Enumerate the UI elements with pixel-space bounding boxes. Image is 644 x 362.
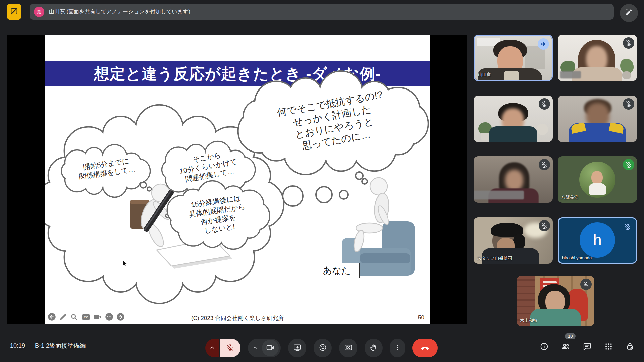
mic-control-group	[205, 339, 240, 357]
mic-off-icon	[539, 98, 550, 110]
mic-options-button[interactable]	[205, 339, 219, 357]
slide-copyright: (C) 2023 合同会社働く楽しさ研究所	[45, 314, 430, 322]
meeting-name: B-1 2級面接準備編	[35, 342, 86, 350]
presenter-avatar: 寛	[34, 7, 44, 17]
more-options-button[interactable]	[390, 339, 405, 357]
present-button[interactable]	[288, 339, 306, 357]
participant-name: 八阪義浩	[561, 194, 579, 200]
participant-tile-hiroshi[interactable]: h hiroshi yamada	[558, 217, 637, 264]
participant-tile-kinoue[interactable]: 木上和裕	[517, 276, 594, 326]
speaking-indicator-icon	[538, 38, 549, 50]
meeting-meta: 10:19 B-1 2級面接準備編	[10, 342, 86, 350]
info-button[interactable]	[539, 342, 549, 351]
client-figure	[342, 178, 415, 276]
chevron-up-icon	[209, 344, 216, 352]
top-bar: 寛 山田寛 (画面を共有してアノテーションを付加しています)	[0, 0, 644, 24]
captions-button[interactable]	[339, 339, 357, 357]
client-thought-tails	[283, 172, 367, 206]
chevron-up-icon	[252, 345, 258, 352]
presenter-banner: 寛 山田寛 (画面を共有してアノテーションを付加しています)	[30, 4, 614, 20]
mic-off-icon	[623, 37, 634, 49]
avatar: h	[580, 222, 615, 258]
chat-button[interactable]	[582, 342, 592, 351]
blurred-name-label	[474, 191, 524, 199]
participant-name: スタッフ山盛博司	[477, 255, 512, 261]
camera-control-group	[248, 339, 281, 357]
meeting-panel-icons: 10	[539, 342, 635, 351]
clock-time: 10:19	[10, 342, 25, 349]
emoji-icon	[319, 343, 327, 353]
mic-off-icon	[623, 159, 634, 170]
presentation-slide: 想定と違う反応が起きたとき -ダメな例-	[45, 35, 430, 324]
participant-count-badge: 10	[565, 333, 576, 339]
participant-tile-yamamori[interactable]: スタッフ山盛博司	[474, 217, 553, 264]
divider	[30, 342, 30, 350]
more-vert-icon	[393, 344, 401, 353]
mic-off-icon	[539, 159, 550, 170]
participant-tile-yamada[interactable]: 山田寛	[474, 35, 553, 81]
activities-button[interactable]	[604, 342, 613, 351]
host-controls-button[interactable]	[625, 342, 635, 351]
blurred-name-label	[560, 71, 581, 78]
participant-tile-4[interactable]	[558, 96, 637, 142]
cc-icon	[344, 343, 353, 353]
hand-icon	[370, 343, 378, 353]
camera-options-button[interactable]	[249, 339, 262, 357]
participant-name: 山田寛	[478, 72, 491, 78]
annotation-pen-button[interactable]	[620, 4, 638, 22]
present-screen-icon	[293, 343, 302, 353]
participant-tile-3[interactable]	[474, 96, 553, 142]
call-controls	[205, 339, 438, 357]
mic-off-icon	[622, 221, 633, 232]
shared-screen-stage: 想定と違う反応が起きたとき -ダメな例-	[7, 35, 467, 324]
participant-tile-5[interactable]	[474, 156, 553, 203]
slide-page-number: 50	[418, 314, 424, 321]
camera-icon	[266, 343, 275, 353]
participant-tile-2[interactable]	[558, 35, 637, 81]
presenter-banner-text: 山田寛 (画面を共有してアノテーションを付加しています)	[49, 8, 190, 15]
avatar-letter: h	[593, 231, 602, 249]
mic-off-icon	[539, 220, 550, 231]
slide-illustration	[45, 35, 430, 324]
call-end-icon	[420, 343, 430, 354]
mic-off-icon	[580, 279, 592, 290]
annotation-disabled-icon	[10, 7, 18, 17]
mouse-cursor	[122, 260, 129, 268]
end-call-button[interactable]	[412, 339, 438, 357]
camera-toggle-button[interactable]	[262, 340, 279, 356]
reactions-button[interactable]	[314, 339, 332, 357]
mic-mute-button[interactable]	[220, 339, 240, 357]
raise-hand-button[interactable]	[365, 339, 383, 357]
mic-off-icon	[623, 98, 634, 110]
you-label: あなた	[314, 263, 360, 278]
participant-tile-yasaka[interactable]: 八阪義浩	[558, 156, 637, 203]
participant-name: hiroshi yamada	[562, 255, 592, 260]
participant-name: 木上和裕	[520, 318, 537, 324]
annotation-toggle-button[interactable]	[7, 4, 21, 20]
pen-sparkle-icon	[625, 8, 633, 18]
people-button[interactable]: 10	[561, 342, 570, 351]
mic-off-icon	[226, 343, 234, 353]
